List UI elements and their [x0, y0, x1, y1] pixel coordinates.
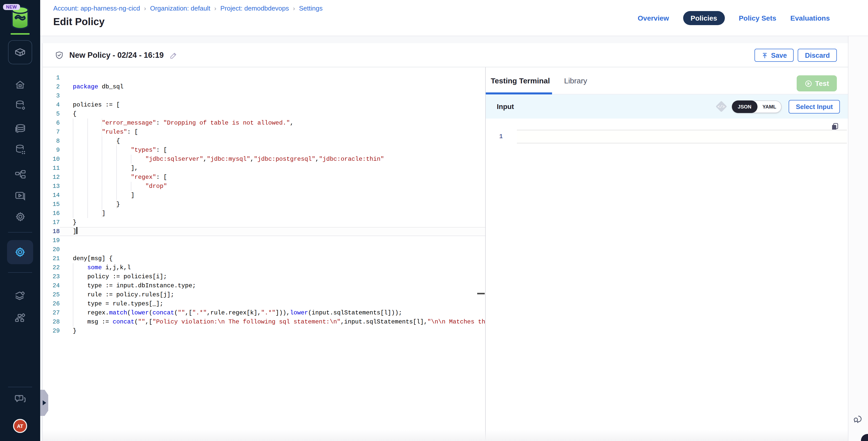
code-line-content: "jdbc:sqlserver","jdbc:mysql","jdbc:post… [60, 155, 485, 164]
format-yaml[interactable]: YAML [757, 100, 781, 113]
save-button[interactable]: Save [754, 49, 794, 62]
sidebar-item-module-cube[interactable] [8, 40, 32, 64]
input-editor-line[interactable] [517, 130, 847, 144]
code-line-content: policy := policies[i]; [60, 272, 485, 281]
code-line[interactable]: 27regex.match(lower(concat("",[".*",rule… [43, 308, 485, 317]
code-text: db_sql [98, 83, 124, 90]
sidebar-item-home[interactable] [0, 80, 40, 90]
code-keyword: package [73, 83, 98, 90]
rego-code-editor[interactable]: 12package db_sql34policies := [5{6"error… [43, 67, 486, 441]
indent-guides [73, 119, 102, 128]
sidebar-item-chat-help[interactable]: ? [0, 393, 40, 405]
code-line[interactable]: 24type := input.dbInstance.type; [43, 281, 485, 290]
code-line-content: ] [60, 209, 485, 218]
select-input-button[interactable]: Select Input [789, 100, 840, 113]
code-line[interactable]: 15} [43, 200, 485, 209]
sidebar-item-pipelines[interactable] [0, 168, 40, 180]
breadcrumb-link[interactable]: Settings [299, 4, 323, 12]
code-text: policies := [ [73, 101, 120, 108]
chat-help-icon: ? [14, 393, 26, 405]
hierarchy-icon [14, 168, 26, 180]
feedback-chat-icon[interactable] [854, 414, 864, 424]
sidebar-item-project-settings-active[interactable] [7, 240, 33, 264]
code-line[interactable]: 11], [43, 164, 485, 173]
code-line[interactable]: 10"jdbc:sqlserver","jdbc:mysql","jdbc:po… [43, 155, 485, 164]
discard-button[interactable]: Discard [798, 49, 837, 62]
code-line[interactable]: 3 [43, 91, 485, 100]
code-line-content: } [60, 326, 485, 336]
user-avatar[interactable]: AT [13, 419, 27, 433]
code-line[interactable]: 2package db_sql [43, 83, 485, 91]
code-line[interactable]: 17} [43, 218, 485, 227]
sidebar-item-database-config[interactable] [0, 99, 40, 111]
sidebar-item-database-instances[interactable] [0, 144, 40, 155]
code-line[interactable]: 20 [43, 245, 485, 254]
nav-item-policies[interactable]: Policies [683, 11, 725, 25]
code-line[interactable]: 12"regex": [ [43, 173, 485, 182]
code-text: : [ [156, 174, 167, 181]
code-line[interactable]: 25rule := policy.rules[j]; [43, 290, 485, 300]
code-line[interactable]: 16] [43, 209, 485, 218]
code-line[interactable]: 18] [43, 227, 485, 236]
input-editor[interactable]: 1 [486, 119, 848, 441]
nav-item-evaluations[interactable]: Evaluations [790, 14, 830, 22]
format-json[interactable]: JSON [732, 100, 757, 113]
sidebar-item-settings-gear[interactable] [0, 211, 40, 222]
code-string: "Dropping of table is not allowed." [163, 120, 290, 127]
sidebar-item-executions[interactable] [0, 190, 40, 202]
tab-testing-terminal[interactable]: Testing Terminal [491, 76, 550, 85]
code-builtin: concat [152, 309, 174, 316]
sidebar-item-org-settings[interactable] [0, 311, 40, 323]
text-cursor [76, 227, 78, 234]
code-text: ( [127, 309, 131, 316]
code-line[interactable]: 23policy := policies[i]; [43, 272, 485, 281]
sidebar-expand-toggle[interactable] [40, 390, 48, 416]
edit-pencil-icon[interactable] [169, 51, 178, 60]
test-button[interactable]: Test [797, 75, 837, 91]
code-line[interactable]: 28msg := concat("",["Policy violation:\n… [43, 317, 485, 326]
code-line-content: deny[msg] { [60, 254, 485, 263]
code-line[interactable]: 22some i,j,k,l [43, 263, 485, 272]
sidebar-divider [8, 232, 32, 232]
code-line[interactable]: 26type = rule.types[_]; [43, 300, 485, 308]
code-line-content [60, 236, 485, 245]
code-line[interactable]: 21deny[msg] { [43, 254, 485, 263]
breadcrumb-link[interactable]: Account: app-harness-ng-cicd [53, 4, 140, 12]
code-line[interactable]: 6"error_message": "Dropping of table is … [43, 119, 485, 128]
page-title: Edit Policy [53, 16, 105, 28]
code-line[interactable]: 14] [43, 191, 485, 200]
code-lines: 12package db_sql34policies := [5{6"error… [43, 73, 485, 336]
code-line[interactable]: 29} [43, 326, 485, 336]
line-number: 24 [43, 281, 60, 290]
breadcrumb-link[interactable]: Organization: default [150, 4, 210, 12]
harness-db-devops-logo[interactable]: NEW [0, 5, 40, 33]
tab-library[interactable]: Library [564, 76, 587, 85]
nav-item-overview[interactable]: Overview [638, 14, 669, 22]
code-line[interactable]: 19 [43, 236, 485, 245]
indent-guides [73, 300, 87, 308]
code-line[interactable]: 4policies := [ [43, 100, 485, 109]
input-toolbar: Input </> JSON YAML Select Input [486, 94, 848, 119]
sidebar-item-database-stack[interactable] [0, 123, 40, 135]
code-line[interactable]: 5{ [43, 109, 485, 119]
code-string: "" [178, 309, 185, 316]
breadcrumb-link[interactable]: Project: demodbdevops [220, 4, 289, 12]
floating-widget-edge[interactable] [861, 434, 868, 441]
sidebar-divider [8, 272, 32, 273]
code-line-content: some i,j,k,l [60, 263, 485, 272]
code-line[interactable]: 8{ [43, 137, 485, 146]
breadcrumb-separator: › [293, 5, 295, 12]
code-view-icon[interactable]: </> [716, 101, 726, 112]
code-line-content: "types": [ [60, 146, 485, 155]
line-number: 29 [43, 326, 60, 336]
code-line[interactable]: 1 [43, 73, 485, 83]
nav-item-policy-sets[interactable]: Policy Sets [739, 14, 776, 22]
sidebar-item-layers-settings[interactable] [0, 290, 40, 302]
page-header: Account: app-harness-ng-cicd›Organizatio… [40, 0, 868, 36]
upload-arrow-icon [762, 52, 768, 59]
code-line[interactable]: 13"drop" [43, 182, 485, 191]
code-line[interactable]: 7"rules": [ [43, 128, 485, 137]
play-box-icon [14, 190, 26, 202]
indent-guides [73, 146, 131, 155]
code-line[interactable]: 9"types": [ [43, 146, 485, 155]
